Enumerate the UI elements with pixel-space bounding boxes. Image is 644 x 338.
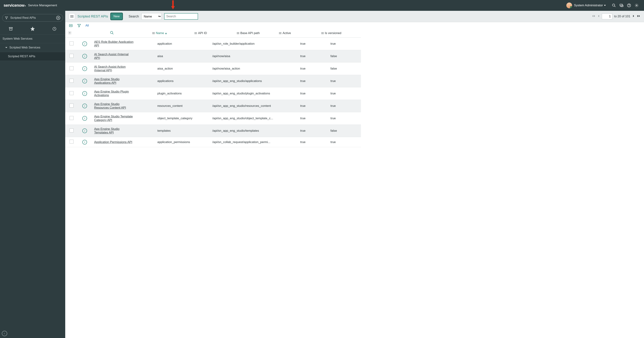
help-icon[interactable] xyxy=(627,4,631,8)
gear-icon[interactable] xyxy=(635,4,638,8)
avatar[interactable] xyxy=(566,2,572,8)
svg-point-0 xyxy=(612,4,615,6)
svg-line-1 xyxy=(614,6,616,7)
chat-icon[interactable] xyxy=(620,4,624,8)
logo: servicenow xyxy=(4,3,26,8)
chevron-down-icon[interactable] xyxy=(604,5,606,6)
header-subtitle: Service Management xyxy=(28,4,57,7)
app-header: servicenow Service Management System Adm… xyxy=(0,0,644,11)
search-icon[interactable] xyxy=(612,4,616,8)
user-name[interactable]: System Administrator xyxy=(574,4,603,7)
svg-point-6 xyxy=(636,5,637,6)
